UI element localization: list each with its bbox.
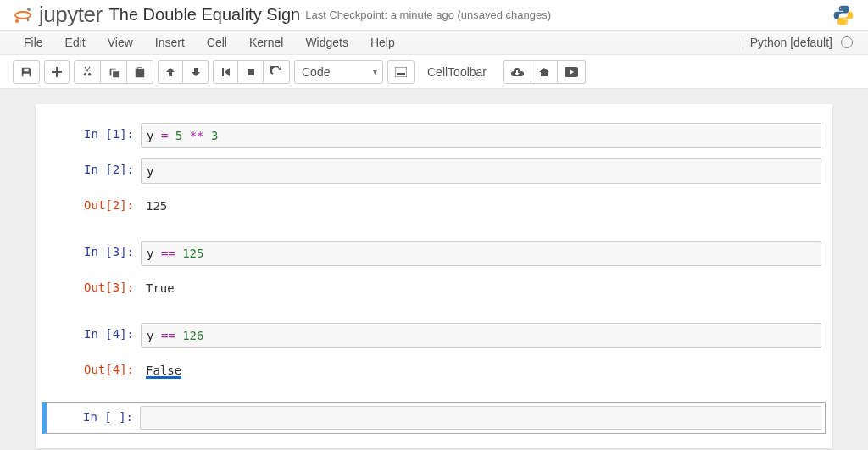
kernel-name[interactable]: Python [default] — [743, 36, 837, 49]
notebook-name[interactable]: The Double Equality Sign — [109, 5, 301, 25]
move-down-button[interactable] — [183, 60, 209, 84]
code-cell[interactable]: In [ ]: — [42, 402, 826, 434]
svg-rect-7 — [395, 67, 407, 77]
input-area[interactable]: y = 5 ** 3 — [141, 123, 821, 148]
in-prompt: In [ ]: — [47, 406, 140, 430]
menu-kernel[interactable]: Kernel — [238, 31, 294, 53]
menu-insert[interactable]: Insert — [144, 31, 196, 53]
cloud-home-icon[interactable] — [531, 60, 558, 84]
celltoolbar-label: CellToolbar — [419, 65, 498, 79]
paste-button[interactable] — [127, 60, 153, 84]
svg-point-1 — [27, 8, 31, 11]
cloud-download-icon[interactable] — [503, 60, 531, 84]
cut-button[interactable] — [74, 60, 101, 84]
menu-widgets[interactable]: Widgets — [294, 31, 359, 53]
menu-help[interactable]: Help — [359, 31, 406, 53]
logo-text: jupyter — [39, 2, 103, 28]
svg-point-3 — [27, 19, 29, 20]
python-logo-icon — [832, 3, 855, 27]
restart-button[interactable] — [264, 60, 290, 84]
in-prompt: In [3]: — [43, 241, 141, 266]
header: jupyter The Double Equality Sign Last Ch… — [0, 0, 868, 30]
celltype-select[interactable]: Code — [294, 60, 383, 84]
jupyter-planet-icon — [13, 5, 33, 25]
output-row: Out[4]:False — [42, 354, 826, 400]
svg-point-0 — [15, 12, 31, 19]
output-area: True — [141, 276, 821, 300]
logo[interactable]: jupyter — [13, 2, 103, 28]
input-area[interactable] — [140, 406, 821, 430]
menu-edit[interactable]: Edit — [54, 31, 97, 53]
input-area[interactable]: y == 125 — [141, 241, 821, 266]
svg-point-5 — [846, 21, 848, 23]
in-prompt: In [1]: — [43, 123, 141, 148]
checkpoint-status: Last Checkpoint: a minute ago (unsaved c… — [305, 8, 551, 21]
move-up-button[interactable] — [158, 60, 183, 84]
kernel-idle-icon — [841, 36, 853, 48]
run-button[interactable] — [213, 60, 238, 84]
in-prompt: In [2]: — [43, 158, 141, 184]
output-area: 125 — [141, 194, 821, 218]
code-cell[interactable]: In [1]:y = 5 ** 3 — [42, 119, 826, 153]
code-cell[interactable]: In [4]:y == 126 — [42, 319, 826, 353]
notebook-container: In [1]:y = 5 ** 3In [2]:yOut[2]:125In [3… — [36, 104, 832, 448]
input-area[interactable]: y == 126 — [141, 323, 821, 348]
presentation-button[interactable] — [558, 60, 586, 84]
output-area: False — [141, 358, 821, 383]
code-cell[interactable]: In [2]:y — [42, 154, 826, 188]
menu-cell[interactable]: Cell — [196, 31, 238, 53]
out-prompt: Out[4]: — [43, 358, 141, 396]
save-button[interactable] — [13, 60, 40, 84]
toolbar: Code CellToolbar — [0, 55, 868, 89]
svg-point-4 — [840, 7, 842, 8]
out-prompt: Out[2]: — [43, 194, 141, 231]
add-cell-button[interactable] — [44, 60, 70, 84]
input-area[interactable]: y — [141, 158, 821, 184]
out-prompt: Out[3]: — [43, 276, 141, 313]
notebook-area: In [1]:y = 5 ** 3In [2]:yOut[2]:125In [3… — [0, 89, 868, 450]
copy-button[interactable] — [101, 60, 127, 84]
svg-rect-6 — [248, 69, 254, 75]
in-prompt: In [4]: — [43, 323, 141, 348]
output-row: Out[2]:125 — [42, 190, 826, 235]
menu-view[interactable]: View — [97, 31, 144, 53]
output-row: Out[3]:True — [42, 272, 826, 317]
command-palette-button[interactable] — [387, 60, 415, 84]
menubar: FileEditViewInsertCellKernelWidgetsHelp … — [0, 30, 868, 55]
stop-button[interactable] — [238, 60, 264, 84]
menu-file[interactable]: File — [13, 31, 54, 53]
code-cell[interactable]: In [3]:y == 125 — [42, 236, 826, 270]
svg-point-2 — [15, 19, 19, 23]
svg-rect-8 — [397, 73, 405, 75]
